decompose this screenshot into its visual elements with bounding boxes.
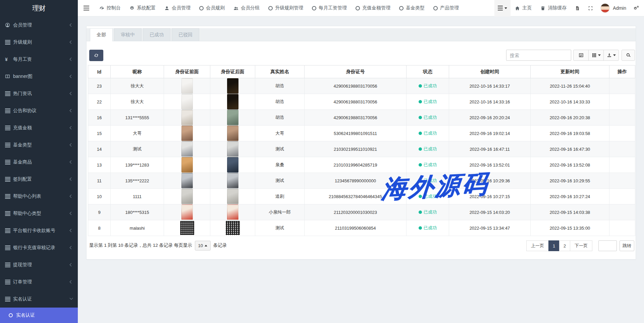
hamburger-icon [84, 6, 89, 10]
id-card-front-image[interactable] [181, 189, 193, 204]
sidebar-item[interactable]: 公告和协议 [0, 102, 78, 119]
col-header[interactable]: 身份证号 [305, 65, 407, 78]
sidebar-subitem-realname-auth[interactable]: 实名认证 [0, 308, 78, 323]
id-card-front-image[interactable] [181, 157, 193, 173]
fullscreen-button[interactable] [584, 0, 597, 16]
export-button[interactable] [603, 50, 619, 61]
id-card-front-image[interactable] [181, 173, 193, 188]
tab-0[interactable]: 全部 [90, 28, 113, 41]
topnav-link[interactable]: 产品管理 [429, 0, 463, 16]
topnav-link[interactable]: 会员规则 [195, 0, 229, 16]
id-card-front-image[interactable] [180, 221, 194, 235]
list-icon [5, 245, 13, 250]
clear-cache-button[interactable]: 清除缓存 [536, 0, 571, 16]
refresh-button[interactable] [89, 50, 103, 61]
id-card-front-image[interactable] [181, 110, 193, 125]
topnav-link[interactable]: 每月工资管理 [308, 0, 351, 16]
sidebar-item[interactable]: 充值金额 [0, 119, 78, 136]
col-header[interactable]: 真实姓名 [255, 65, 305, 78]
next-page-button[interactable]: 下一页 [570, 240, 592, 251]
sidebar-item[interactable]: ¥ 每月工资 [0, 51, 78, 68]
log-button[interactable] [571, 0, 584, 16]
id-card-back-image[interactable] [227, 189, 238, 204]
sidebar-item[interactable]: 热门资讯 [0, 85, 78, 102]
topnav-link[interactable]: 系统配置 [125, 0, 160, 16]
page-button-1[interactable]: 1 [548, 240, 559, 251]
col-header[interactable]: 身份证后面 [210, 65, 255, 78]
id-card-front-image[interactable] [181, 94, 193, 109]
id-card-front-image[interactable] [181, 141, 193, 157]
chevron-left-icon [70, 143, 73, 147]
cell-nickname: 大哥 [111, 126, 164, 141]
topnav-link[interactable]: 会员分组 [229, 0, 264, 16]
col-header[interactable]: 更新时间 [531, 65, 609, 78]
sidebar-item[interactable]: 帮助中心类型 [0, 205, 78, 222]
col-header[interactable]: 状态 [407, 65, 449, 78]
col-header[interactable]: 身份证前面 [164, 65, 210, 78]
sidebar-item[interactable]: 银行卡充值审核记录 [0, 239, 78, 256]
id-card-back-image[interactable] [227, 110, 238, 125]
cell-actions [609, 204, 635, 220]
sidebar-item[interactable]: 签到配置 [0, 171, 78, 188]
cell-id-card-front [164, 126, 210, 141]
sidebar-item[interactable]: 订单管理 [0, 273, 78, 290]
sidebar-toggle-button[interactable] [78, 0, 95, 16]
col-header[interactable]: 操作 [609, 65, 635, 78]
sidebar-item[interactable]: 会员管理 [0, 16, 78, 34]
cell-id-card-back [210, 189, 255, 204]
cell-created-time: 2022-09-16 10:29:36 [449, 173, 531, 189]
home-label: 主页 [522, 5, 532, 11]
id-card-back-image[interactable] [227, 204, 238, 220]
user-menu[interactable]: Admin [597, 0, 630, 16]
search-button[interactable] [622, 50, 635, 61]
id-card-back-image[interactable] [227, 173, 238, 188]
id-card-back-image[interactable] [226, 221, 240, 235]
menu-dropdown-button[interactable] [494, 0, 511, 16]
prev-page-button[interactable]: 上一页 [526, 240, 549, 251]
cell-status: 已成功 [407, 141, 449, 157]
topnav-link[interactable]: 充值金额管理 [351, 0, 395, 16]
topnav-link[interactable]: 基金类型 [395, 0, 429, 16]
cell-id-card-back [210, 204, 255, 220]
page-button-2[interactable]: 2 [559, 240, 570, 251]
id-card-front-image[interactable] [181, 126, 193, 141]
id-card-back-image[interactable] [227, 78, 238, 94]
col-header[interactable]: 创建时间 [449, 65, 531, 78]
jump-page-input[interactable] [598, 240, 617, 251]
home-icon [515, 6, 520, 11]
sidebar-item[interactable]: 平台银行卡收款账号 [0, 222, 78, 239]
sidebar-item[interactable]: 实名认证 [0, 290, 78, 308]
settings-button[interactable] [630, 0, 644, 16]
sidebar-item[interactable]: 基金商品 [0, 153, 78, 171]
sidebar-item[interactable]: banner图 [0, 68, 78, 85]
user-icon [164, 6, 169, 11]
topnav-link[interactable]: 控制台 [95, 0, 125, 16]
tab-1[interactable]: 审核中 [114, 28, 142, 41]
toggle-view-button[interactable] [573, 50, 589, 61]
tab-3[interactable]: 已驳回 [172, 28, 199, 41]
sidebar-item[interactable]: 基金类型 [0, 136, 78, 153]
col-header[interactable]: 昵称 [111, 65, 164, 78]
jump-button[interactable]: 跳转 [620, 240, 634, 251]
sidebar-item[interactable]: 升级规则 [0, 34, 78, 51]
cell-id-card-front [164, 220, 210, 236]
id-card-back-image[interactable] [227, 141, 238, 157]
id-card-front-image[interactable] [181, 204, 193, 220]
chevron-left-icon [70, 229, 73, 232]
sidebar-item[interactable]: 帮助中心列表 [0, 188, 78, 205]
tab-2[interactable]: 已成功 [143, 28, 170, 41]
home-button[interactable]: 主页 [511, 0, 536, 16]
id-card-front-image[interactable] [181, 78, 193, 94]
col-header[interactable]: Id [88, 65, 111, 78]
search-input[interactable] [506, 50, 571, 61]
columns-button[interactable] [588, 50, 604, 61]
topnav-link[interactable]: 会员管理 [160, 0, 195, 16]
page-size-select[interactable]: 10 [195, 241, 211, 250]
chevron-left-icon [70, 41, 73, 44]
id-card-back-image[interactable] [227, 94, 238, 109]
cell-id: 14 [88, 141, 111, 157]
sidebar-item[interactable]: 提现管理 [0, 256, 78, 273]
id-card-back-image[interactable] [227, 126, 238, 141]
topnav-link[interactable]: 升级规则管理 [264, 0, 308, 16]
id-card-back-image[interactable] [227, 157, 238, 173]
